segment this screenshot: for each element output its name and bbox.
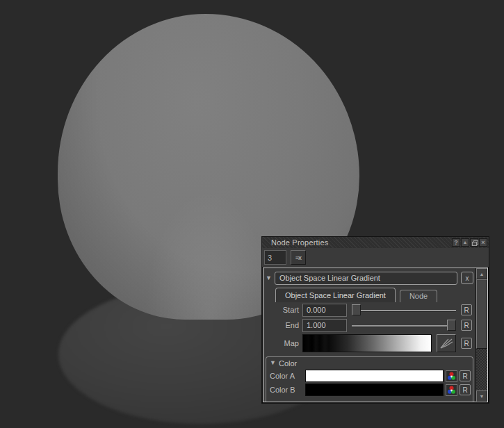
color-a-reset-button[interactable]: R [460, 370, 471, 381]
color-row-a: Color A R [266, 369, 473, 383]
node-tabs: Object Space Linear Gradient Node [275, 288, 475, 302]
collapse-node-icon[interactable]: ▼ [266, 275, 275, 281]
scrollbar-track[interactable] [476, 349, 487, 390]
delete-node-icon: ≡x [295, 254, 301, 261]
scroll-down-button[interactable]: ▼ [476, 390, 487, 402]
map-label: Map [263, 339, 302, 347]
node-main-column: ▼ Object Space Linear Gradient x Object … [263, 268, 475, 402]
window-title: Node Properties [271, 238, 451, 248]
start-slider[interactable] [352, 304, 456, 316]
end-value-input[interactable] [302, 319, 347, 332]
window-titlebar[interactable]: Node Properties ? ▲ × [262, 237, 489, 248]
end-slider[interactable] [352, 320, 456, 331]
shade-icon: ▲ [463, 239, 468, 246]
color-b-picker-button[interactable] [446, 384, 457, 396]
delete-node-button[interactable]: ≡x [291, 250, 306, 265]
end-slider-track[interactable] [352, 325, 456, 327]
tab-object-space-linear-gradient[interactable]: Object Space Linear Gradient [275, 288, 396, 302]
feather-icon [439, 338, 453, 349]
color-b-swatch[interactable] [305, 384, 444, 396]
scrollbar-thumb[interactable] [476, 279, 487, 349]
color-b-label: Color B [267, 386, 305, 394]
scrollbar: ▲ ▼ [475, 268, 487, 402]
color-section-header[interactable]: ▼ Color [266, 357, 473, 369]
scroll-up-button[interactable]: ▲ [476, 268, 487, 279]
collapse-color-icon[interactable]: ▼ [270, 360, 279, 366]
restore-button[interactable] [470, 238, 478, 247]
param-row-map: Map R [263, 333, 475, 354]
color-a-swatch[interactable] [305, 370, 444, 382]
shade-button[interactable]: ▲ [461, 238, 469, 247]
color-a-label: Color A [267, 372, 305, 380]
start-label: Start [263, 306, 302, 314]
node-toolbar: ≡x [262, 248, 489, 267]
node-count-input[interactable] [264, 250, 286, 265]
close-icon: × [481, 239, 485, 246]
rgb-picker-icon [447, 372, 456, 381]
end-label: End [263, 321, 302, 329]
start-slider-track[interactable] [352, 310, 456, 311]
color-row-b: Color B R [266, 383, 473, 397]
scroll-up-icon: ▲ [480, 272, 485, 277]
restore-icon [472, 240, 477, 245]
end-reset-button[interactable]: R [461, 320, 472, 331]
tab-node[interactable]: Node [400, 290, 437, 302]
color-b-reset-button[interactable]: R [460, 384, 471, 395]
close-button[interactable]: × [479, 238, 487, 247]
param-row-start: Start R [263, 302, 475, 318]
gradient-edit-button[interactable] [437, 334, 456, 352]
map-reset-button[interactable]: R [461, 338, 472, 349]
start-reset-button[interactable]: R [461, 304, 472, 315]
param-row-end: End R [263, 318, 475, 333]
end-slider-handle[interactable] [447, 320, 456, 331]
remove-node-button[interactable]: x [461, 272, 473, 284]
scroll-down-icon: ▼ [480, 394, 485, 399]
start-value-input[interactable] [302, 304, 347, 317]
start-slider-handle[interactable] [352, 304, 361, 315]
color-a-picker-button[interactable] [446, 370, 457, 382]
node-content-frame: ▼ Object Space Linear Gradient x Object … [263, 268, 488, 402]
gradient-map-preview[interactable] [302, 334, 432, 352]
viewport[interactable]: Node Properties ? ▲ × ≡x ▼ [0, 0, 504, 428]
help-button[interactable]: ? [452, 238, 460, 247]
rgb-picker-icon [447, 386, 456, 395]
node-properties-window: Node Properties ? ▲ × ≡x ▼ [261, 236, 489, 404]
help-icon: ? [454, 239, 458, 246]
node-title[interactable]: Object Space Linear Gradient [275, 272, 457, 285]
color-section: ▼ Color Color A [266, 356, 473, 402]
node-header: ▼ Object Space Linear Gradient x [266, 271, 473, 285]
color-section-title: Color [279, 359, 297, 368]
